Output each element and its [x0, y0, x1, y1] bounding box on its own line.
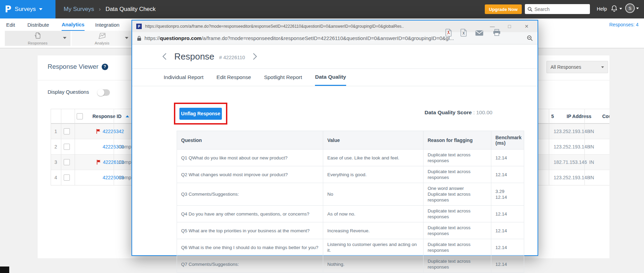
- data-quality-table: Question Value Reason for flagging Bench…: [177, 131, 524, 273]
- url-scheme: https://: [144, 35, 160, 41]
- question-cell: Q1 QWhat do you like most about our new …: [177, 150, 323, 166]
- search-input[interactable]: [534, 6, 582, 12]
- export-pdf-icon[interactable]: [445, 29, 452, 37]
- country-cell: IN: [589, 124, 594, 139]
- row-number: 3: [51, 155, 61, 170]
- table-row: Q6 What is the one thing I should do to …: [177, 239, 524, 256]
- toggle-knob: [97, 89, 104, 96]
- benchmark-line: 12.14: [495, 155, 520, 161]
- ip-address-header[interactable]: IP Address: [567, 109, 591, 123]
- benchmark-cell: 12.14: [491, 222, 524, 239]
- benchmark-line: 12.14: [495, 245, 520, 250]
- reason-cell: Duplicate text across responses: [424, 239, 491, 256]
- grid-line: [51, 109, 51, 185]
- reason-line: Duplicate text across responses: [428, 169, 487, 180]
- help-link[interactable]: Help: [597, 6, 607, 12]
- grid-line: [584, 109, 585, 185]
- account-menu[interactable]: S: [625, 3, 639, 13]
- benchmark-line: 12.14: [495, 194, 520, 200]
- next-response-button[interactable]: [253, 53, 257, 60]
- reason-line: Duplicate text across responses: [428, 208, 487, 220]
- zoom-icon[interactable]: [527, 35, 533, 41]
- reason-line: Duplicate text across responses: [428, 225, 487, 236]
- country-code-header[interactable]: Country Code: [602, 109, 609, 123]
- top-bar: P Surveys My Surveys › Data Quality Chec…: [0, 0, 644, 18]
- benchmark-cell: 12.14: [491, 150, 524, 166]
- grid-line: [114, 109, 114, 185]
- maximize-button[interactable]: □: [503, 24, 516, 29]
- value-cell: Increasing Revenue.: [323, 222, 424, 239]
- benchmark-cell: 3.2912.14: [491, 183, 524, 206]
- menu-edit[interactable]: Edit: [6, 18, 15, 31]
- table-row: Q5 What are the top priorities in your b…: [177, 222, 524, 239]
- responses-tool-button[interactable]: Responses: [5, 31, 71, 46]
- help-icon[interactable]: ?: [102, 64, 108, 70]
- grid-line: [61, 109, 61, 185]
- value-cell: As of now no.: [323, 206, 424, 222]
- avatar: S: [625, 3, 635, 13]
- display-questions-label: Display Questions: [48, 89, 89, 95]
- row-checkbox[interactable]: [64, 144, 70, 150]
- select-all-checkbox[interactable]: [77, 113, 83, 119]
- close-button[interactable]: ✕: [520, 24, 533, 29]
- bell-icon: [611, 5, 618, 12]
- app-name: Surveys: [15, 6, 36, 13]
- tab-data-quality[interactable]: Data Quality: [315, 69, 346, 86]
- response-id-link[interactable]: 42226099: [75, 170, 124, 185]
- reason-cell: Duplicate text across responses: [424, 256, 491, 273]
- email-icon[interactable]: [475, 30, 483, 36]
- response-title: Response: [174, 51, 214, 62]
- benchmark-header: Benchmark (ms): [491, 131, 524, 150]
- minimize-button[interactable]: —: [485, 24, 499, 29]
- tab-edit-response[interactable]: Edit Response: [216, 69, 251, 86]
- upgrade-now-button[interactable]: Upgrade Now: [485, 4, 522, 14]
- tab-spotlight-report[interactable]: Spotlight Report: [264, 69, 302, 86]
- print-icon[interactable]: [493, 29, 501, 36]
- menu-distribute[interactable]: Distribute: [27, 18, 49, 31]
- unflag-response-button[interactable]: Unflag Response: [179, 108, 222, 120]
- chevron-down-icon: [39, 8, 42, 10]
- reason-line: Duplicate text across responses: [428, 152, 487, 164]
- country-cell: IN: [589, 155, 594, 170]
- benchmark-line: 12.14: [495, 211, 520, 217]
- response-id-link[interactable]: 42226342: [75, 124, 124, 139]
- chevron-down-icon[interactable]: [125, 37, 128, 39]
- table-row: Q4 Do you have any other comments, quest…: [177, 206, 524, 222]
- breadcrumb-my-surveys[interactable]: My Surveys: [64, 6, 94, 13]
- global-search[interactable]: [525, 4, 590, 14]
- analysis-tool-label: Analysis: [72, 41, 132, 45]
- all-responses-dropdown[interactable]: All Responses: [546, 61, 608, 73]
- response-number: # 42226110: [219, 53, 245, 60]
- page-title: Response Viewer ?: [48, 63, 108, 70]
- response-id-link[interactable]: 42226110: [75, 155, 124, 170]
- question-cell: Q2 What changes would most improve our p…: [177, 166, 323, 183]
- response-id-header[interactable]: Response ID: [92, 109, 129, 123]
- value-cell: Ease of use. Like the look and feel.: [323, 150, 424, 166]
- row-checkbox[interactable]: [64, 159, 70, 165]
- response-id-header-label: Response ID: [92, 114, 122, 119]
- country-cell: IN: [589, 139, 594, 154]
- row-checkbox[interactable]: [64, 128, 70, 134]
- row-checkbox[interactable]: [64, 174, 70, 181]
- surveys-app-switcher[interactable]: P Surveys: [0, 0, 55, 18]
- breadcrumb-separator: ›: [99, 6, 101, 12]
- benchmark-cell: 12.14: [491, 239, 524, 256]
- grid-line: [75, 109, 75, 185]
- analysis-tool-button[interactable]: Analysis: [72, 31, 132, 46]
- data-quality-score: Data Quality Score : 100.00: [425, 109, 492, 116]
- response-id-link[interactable]: 42226300: [75, 139, 124, 154]
- menu-integration[interactable]: Integration: [95, 18, 119, 31]
- table-row: Q2 What changes would most improve our p…: [177, 166, 524, 183]
- display-questions-toggle[interactable]: [98, 89, 110, 96]
- benchmark-cell: 12.14: [491, 206, 524, 222]
- tab-individual-report[interactable]: Individual Report: [164, 69, 203, 86]
- score-value: 100.00: [476, 109, 492, 115]
- export-excel-icon[interactable]: X: [460, 29, 467, 37]
- row-checkbox-wrap: [64, 170, 70, 185]
- responses-count: Responses: 4: [609, 18, 639, 31]
- chevron-down-icon[interactable]: [63, 37, 66, 39]
- svg-text:X: X: [463, 31, 465, 35]
- previous-response-button[interactable]: [162, 53, 167, 60]
- notifications-menu[interactable]: [611, 5, 622, 12]
- menu-analytics[interactable]: Analytics: [62, 18, 85, 31]
